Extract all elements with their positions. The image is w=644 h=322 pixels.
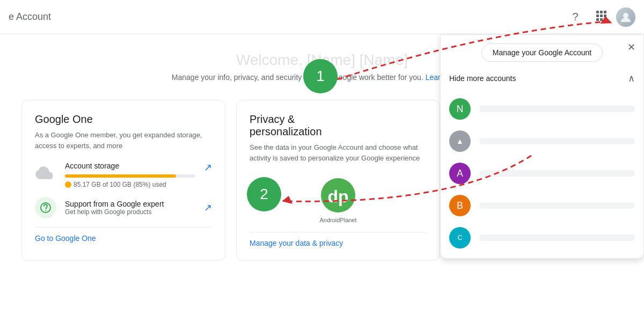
header-title: e Account [9,11,51,23]
google-one-title: Google One [35,113,212,126]
support-desc: Get help with Google products [65,208,195,216]
svg-rect-2 [604,11,606,13]
apps-icon [596,10,606,24]
account-avatar-4: B [449,195,471,216]
apps-button[interactable] [590,6,612,28]
account-avatar-5: C [449,227,471,248]
header: e Account ? [0,0,644,34]
account-info-3 [479,170,635,177]
privacy-link[interactable]: Manage your data & privacy [250,232,427,247]
close-icon: ✕ [627,41,635,53]
manage-account-button[interactable]: Manage your Google Account [481,43,603,62]
dp-logo-sub: AndroidPlanet [250,217,427,223]
google-one-link[interactable]: Go to Google One [35,227,212,243]
google-one-card: Google One As a Google One member, you g… [21,100,225,261]
storage-external-link[interactable]: ↗ [204,162,212,173]
account-info-4 [479,202,635,209]
help-button[interactable]: ? [565,6,586,28]
storage-label: Account storage [65,162,195,170]
svg-rect-5 [604,14,606,17]
svg-rect-7 [600,18,603,21]
privacy-title: Privacy & personalization [250,113,427,138]
step-2-circle: 2 [247,177,281,211]
account-item-3[interactable]: A [441,157,643,189]
avatar [616,8,635,27]
svg-rect-1 [600,11,603,13]
svg-point-11 [45,210,46,211]
svg-rect-0 [596,11,599,13]
account-avatar-1: N [449,98,471,120]
warning-dot [65,181,71,188]
svg-point-9 [623,13,628,18]
storage-info: Account storage 85.17 GB of 100 GB (85%)… [65,162,195,188]
account-list: N ▲ A B C [441,89,643,258]
google-one-desc: As a Google One member, you get expanded… [35,130,212,151]
cloud-icon [35,164,56,185]
support-icon [35,197,56,218]
svg-rect-8 [604,18,606,21]
account-item-5[interactable]: C [441,222,643,254]
account-info-5 [479,235,635,241]
manage-btn-row: Manage your Google Account [441,35,643,68]
header-actions: ? [565,6,635,28]
svg-text:dp: dp [327,187,348,206]
svg-rect-3 [596,14,599,17]
support-external-link[interactable]: ↗ [204,202,212,214]
account-info-1 [479,106,635,112]
account-item-1[interactable]: N [441,93,643,125]
progress-bar [65,174,176,178]
support-section: Support from a Google expert Get help wi… [35,197,212,218]
account-panel: Manage your Google Account Hide more acc… [440,34,644,259]
help-icon: ? [572,11,578,23]
account-item-4[interactable]: B [441,189,643,222]
hide-accounts-label: Hide more accounts [449,74,516,83]
privacy-desc: See the data in your Google Account and … [250,142,427,163]
hide-accounts-row[interactable]: Hide more accounts ∧ [441,68,643,89]
close-button[interactable]: ✕ [623,39,640,56]
support-text: Support from a Google expert Get help wi… [65,200,195,216]
progress-bar-container [65,174,195,178]
account-avatar-3: A [449,163,471,184]
account-info-2 [479,138,635,144]
support-title: Support from a Google expert [65,200,195,208]
account-avatar-button[interactable] [616,8,635,27]
account-item-2[interactable]: ▲ [441,125,643,157]
account-avatar-2: ▲ [449,130,471,152]
storage-section: Account storage 85.17 GB of 100 GB (85%)… [35,162,212,188]
svg-rect-4 [600,14,603,17]
step-1-circle: 1 [303,59,338,93]
chevron-up-icon: ∧ [628,72,635,84]
svg-rect-6 [596,18,599,21]
storage-used: 85.17 GB of 100 GB (85%) used [65,181,195,188]
